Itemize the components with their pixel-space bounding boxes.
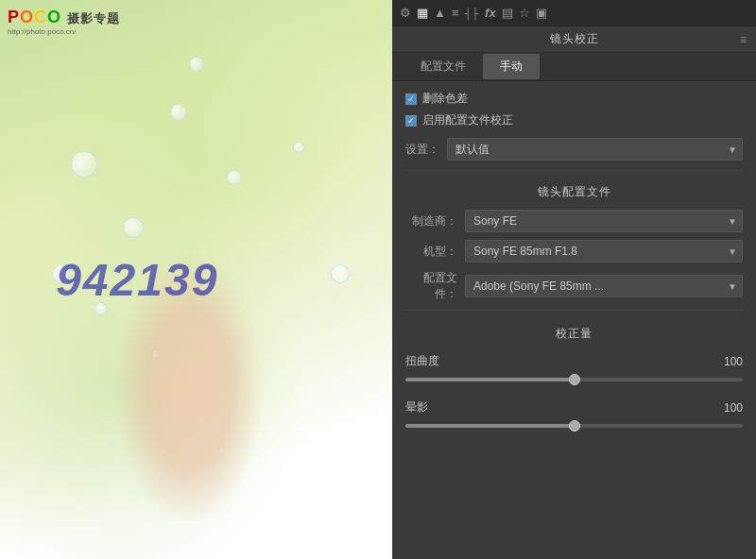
toolbar-icon-histogram[interactable]: ▲: [434, 6, 446, 20]
divider-1: [405, 170, 743, 171]
photo-panel: 942139 POCO 摄影专题 http://photo.poco.cn/: [0, 0, 392, 559]
model-select-wrap: Sony FE 85mm F1.8Sony FE 50mm F1.8Sony F…: [465, 240, 743, 263]
bubble-0: [71, 151, 97, 178]
manufacturer-select[interactable]: Sony FECanonNikonSigma: [465, 210, 743, 232]
vignetting-slider-track[interactable]: [405, 419, 743, 432]
vignetting-slider-bg: [405, 424, 743, 428]
panel-menu-icon[interactable]: ≡: [740, 33, 747, 46]
panel-tabs: 配置文件 手动: [392, 53, 756, 81]
distortion-slider-track[interactable]: [405, 373, 743, 386]
profile-file-row: 配置文件： Adobe (Sony FE 85mm ...Default ▼: [405, 270, 743, 302]
checkbox-remove-chromatic-label: 删除色差: [422, 91, 468, 107]
manufacturer-row: 制造商： Sony FECanonNikonSigma ▼: [405, 210, 743, 232]
distortion-slider-bg: [405, 378, 743, 381]
distortion-slider-fill: [405, 378, 575, 381]
distortion-label: 扭曲度: [405, 353, 439, 369]
bubble-2: [170, 104, 187, 121]
logo-url: http://photo.poco.cn/: [8, 27, 120, 36]
profile-file-label: 配置文件：: [405, 270, 457, 302]
toolbar-icon-list[interactable]: ≡: [452, 6, 459, 20]
hand-image: [57, 191, 321, 521]
bubble-8: [189, 57, 204, 72]
checkbox-remove-chromatic-row: 删除色差: [405, 91, 743, 107]
checkbox-enable-profile[interactable]: [405, 115, 417, 127]
panel-title: 镜头校正: [550, 31, 599, 47]
toolbar-icon-tone[interactable]: ┤├: [464, 8, 479, 19]
bubble-4: [227, 170, 242, 185]
photo-watermark: 942139: [56, 254, 218, 306]
settings-select[interactable]: 默认值自定义: [447, 138, 743, 161]
panel-header: 镜头校正 ≡: [392, 26, 756, 53]
manufacturer-label: 制造商：: [405, 213, 457, 229]
manufacturer-select-wrap: Sony FECanonNikonSigma ▼: [465, 210, 743, 232]
distortion-value: 100: [714, 355, 743, 368]
settings-select-wrap: 默认值自定义 ▼: [447, 138, 743, 161]
checkbox-enable-profile-row: 启用配置文件校正: [405, 112, 743, 128]
distortion-slider-header: 扭曲度 100: [405, 353, 743, 369]
poco-logo: POCO 摄影专题: [8, 8, 120, 27]
vignetting-slider-row: 晕影 100: [405, 399, 743, 432]
distortion-slider-row: 扭曲度 100: [405, 353, 743, 386]
checkbox-enable-profile-label: 启用配置文件校正: [422, 112, 513, 128]
lr-toolbar: ⚙ ▦ ▲ ≡ ┤├ fx ▤ ☆ ▣: [392, 0, 756, 26]
settings-label: 设置：: [405, 142, 439, 158]
vignetting-value: 100: [714, 401, 743, 415]
lens-profile-title: 镜头配置文件: [405, 184, 743, 200]
lr-panel: ⚙ ▦ ▲ ≡ ┤├ fx ▤ ☆ ▣ 镜头校正 ≡ 配置文件 手动 删除色差 …: [392, 0, 756, 559]
model-row: 机型： Sony FE 85mm F1.8Sony FE 50mm F1.8So…: [405, 240, 743, 263]
distortion-slider-thumb[interactable]: [569, 374, 580, 385]
tab-manual[interactable]: 手动: [483, 54, 540, 79]
toolbar-icon-settings[interactable]: ⚙: [400, 6, 411, 20]
bubble-6: [293, 142, 304, 153]
logo-overlay: POCO 摄影专题 http://photo.poco.cn/: [8, 8, 120, 36]
toolbar-icon-fx[interactable]: fx: [485, 6, 496, 20]
vignetting-slider-header: 晕影 100: [405, 399, 743, 415]
toolbar-icon-lens[interactable]: ☆: [519, 6, 530, 20]
checkbox-remove-chromatic[interactable]: [405, 93, 417, 105]
vignetting-label: 晕影: [405, 399, 428, 415]
tab-profile[interactable]: 配置文件: [404, 54, 483, 79]
model-label: 机型：: [405, 244, 457, 260]
toolbar-icon-camera[interactable]: ▣: [536, 6, 547, 20]
model-select[interactable]: Sony FE 85mm F1.8Sony FE 50mm F1.8Sony F…: [465, 240, 743, 263]
divider-2: [405, 310, 743, 311]
settings-row: 设置： 默认值自定义 ▼: [405, 138, 743, 161]
profile-file-select[interactable]: Adobe (Sony FE 85mm ...Default: [465, 275, 743, 297]
vignetting-slider-thumb[interactable]: [569, 420, 580, 432]
correction-title: 校正量: [405, 326, 743, 342]
vignetting-slider-fill: [405, 424, 575, 428]
toolbar-icon-detail[interactable]: ▤: [502, 6, 513, 20]
toolbar-icon-grid[interactable]: ▦: [417, 6, 428, 20]
bubble-9: [331, 264, 350, 283]
lr-content: 删除色差 启用配置文件校正 设置： 默认值自定义 ▼ 镜头配置文件 制造商： S…: [392, 81, 756, 559]
profile-file-select-wrap: Adobe (Sony FE 85mm ...Default ▼: [465, 275, 743, 297]
